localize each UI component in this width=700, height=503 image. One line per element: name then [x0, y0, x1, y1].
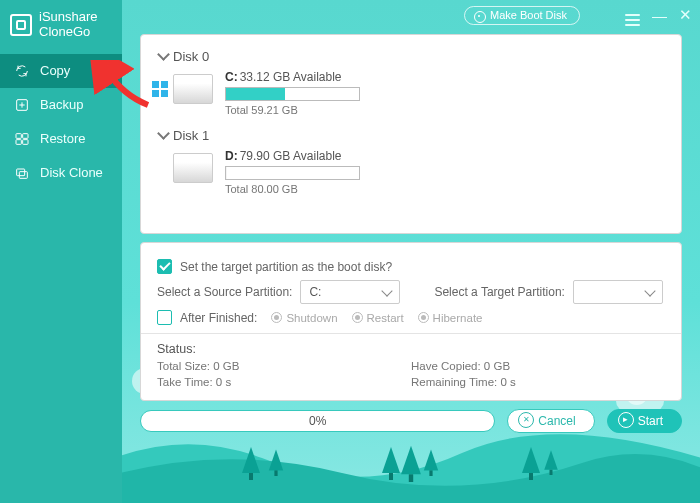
disk-title: Disk 0	[173, 49, 209, 64]
chevron-down-icon	[157, 48, 170, 61]
start-button[interactable]: Start	[607, 409, 682, 433]
cancel-button[interactable]: Cancel	[507, 409, 594, 433]
progress-bar: 0%	[140, 410, 495, 432]
restore-icon	[14, 131, 30, 147]
after-finished-label: After Finished:	[180, 311, 257, 325]
boot-disk-label: Set the target partition as the boot dis…	[180, 260, 392, 274]
app-logo: iSunshare CloneGo	[0, 0, 122, 54]
status-take-time: Take Time: 0 s	[157, 376, 411, 388]
app-vendor: iSunshare	[39, 9, 98, 24]
nav-label: Copy	[40, 63, 70, 78]
disks-panel: Disk 0 C:33.12 GB Available Total 59.21 …	[140, 34, 682, 234]
status-have-copied: Have Copied: 0 GB	[411, 360, 665, 372]
make-boot-disk-label: Make Boot Disk	[490, 9, 567, 21]
cancel-label: Cancel	[538, 414, 575, 428]
after-option-hibernate[interactable]: Hibernate	[418, 312, 483, 324]
partition-label: C:33.12 GB Available	[225, 70, 360, 84]
sync-icon	[14, 63, 30, 79]
chevron-down-icon	[157, 127, 170, 140]
nav-label: Disk Clone	[40, 165, 103, 180]
close-icon[interactable]: ✕	[679, 6, 692, 24]
footer-bar: 0% Cancel Start	[140, 409, 682, 433]
disk-title: Disk 1	[173, 128, 209, 143]
nav-disk-clone[interactable]: Disk Clone	[0, 156, 122, 190]
app-name: CloneGo	[39, 24, 90, 39]
drive-icon	[173, 153, 213, 183]
start-label: Start	[638, 414, 663, 428]
usage-bar	[225, 166, 360, 180]
svg-rect-2	[23, 134, 28, 139]
svg-rect-6	[19, 172, 27, 179]
make-boot-disk-button[interactable]: Make Boot Disk	[464, 6, 580, 25]
after-option-restart[interactable]: Restart	[352, 312, 404, 324]
status-total-size: Total Size: 0 GB	[157, 360, 411, 372]
partition-total: Total 59.21 GB	[225, 104, 360, 116]
settings-panel: Set the target partition as the boot dis…	[140, 242, 682, 401]
progress-text: 0%	[309, 414, 326, 428]
drive-icon	[173, 74, 213, 104]
minimize-icon[interactable]: —	[652, 7, 667, 24]
status-title: Status:	[157, 342, 665, 356]
svg-rect-1	[16, 134, 21, 139]
nav-restore[interactable]: Restore	[0, 122, 122, 156]
after-finished-checkbox[interactable]	[157, 310, 172, 325]
partition-label: D:79.90 GB Available	[225, 149, 360, 163]
disk-header-1[interactable]: Disk 1	[159, 128, 663, 143]
svg-rect-5	[17, 169, 25, 176]
clone-icon	[14, 165, 30, 181]
tutorial-arrow	[88, 60, 158, 115]
backup-icon	[14, 97, 30, 113]
boot-disk-checkbox[interactable]	[157, 259, 172, 274]
nav-label: Backup	[40, 97, 83, 112]
target-partition-select[interactable]	[573, 280, 663, 304]
target-partition-label: Select a Target Partition:	[434, 285, 565, 299]
disk-header-0[interactable]: Disk 0	[159, 49, 663, 64]
source-partition-select[interactable]: C:	[300, 280, 400, 304]
menu-icon[interactable]	[625, 7, 640, 24]
after-option-shutdown[interactable]: Shutdown	[271, 312, 337, 324]
svg-rect-4	[23, 140, 28, 145]
partition-row[interactable]: D:79.90 GB Available Total 80.00 GB	[173, 149, 663, 195]
usage-bar	[225, 87, 360, 101]
status-remaining: Remaining Time: 0 s	[411, 376, 665, 388]
nav-label: Restore	[40, 131, 86, 146]
logo-icon	[10, 14, 32, 36]
svg-rect-3	[16, 140, 21, 145]
source-partition-label: Select a Source Partition:	[157, 285, 292, 299]
partition-row[interactable]: C:33.12 GB Available Total 59.21 GB	[173, 70, 663, 116]
partition-total: Total 80.00 GB	[225, 183, 360, 195]
